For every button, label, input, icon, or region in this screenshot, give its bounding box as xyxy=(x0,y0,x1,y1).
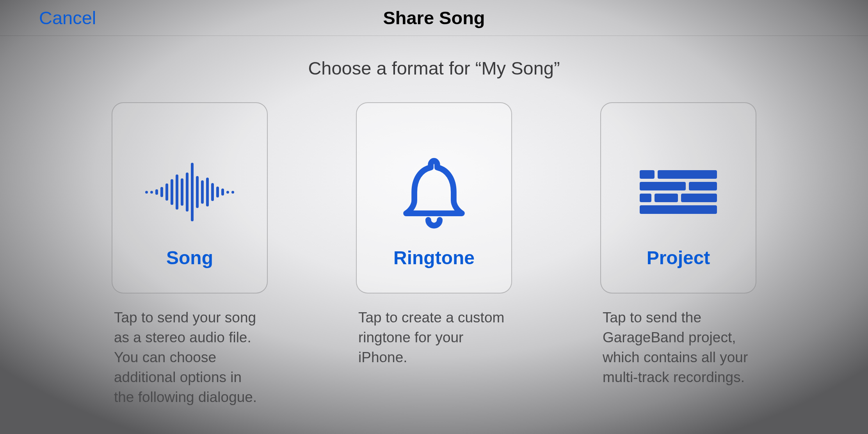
option-ringtone: Ringtone Tap to create a custom ringtone… xyxy=(356,102,512,407)
option-project-button[interactable]: Project xyxy=(600,102,756,293)
option-project: Project Tap to send the GarageBand proje… xyxy=(600,102,756,407)
option-project-label: Project xyxy=(601,247,756,269)
bell-icon xyxy=(393,141,475,243)
tracks-icon xyxy=(640,141,717,243)
format-options: Song Tap to send your song as a stereo a… xyxy=(0,102,868,407)
waveform-icon xyxy=(145,141,234,243)
subtitle-text: Choose a format for “My Song” xyxy=(0,57,868,79)
option-song-label: Song xyxy=(112,247,267,269)
header-bar: Cancel Share Song xyxy=(0,0,868,36)
option-ringtone-description: Tap to create a custom ringtone for your… xyxy=(356,308,512,367)
option-ringtone-label: Ringtone xyxy=(357,247,511,269)
option-song-description: Tap to send your song as a stereo audio … xyxy=(112,308,268,407)
option-song-button[interactable]: Song xyxy=(112,102,268,293)
page-title: Share Song xyxy=(383,7,485,28)
option-project-description: Tap to send the GarageBand project, whic… xyxy=(600,308,756,387)
cancel-button[interactable]: Cancel xyxy=(39,7,96,28)
option-song: Song Tap to send your song as a stereo a… xyxy=(112,102,268,407)
option-ringtone-button[interactable]: Ringtone xyxy=(356,102,512,293)
